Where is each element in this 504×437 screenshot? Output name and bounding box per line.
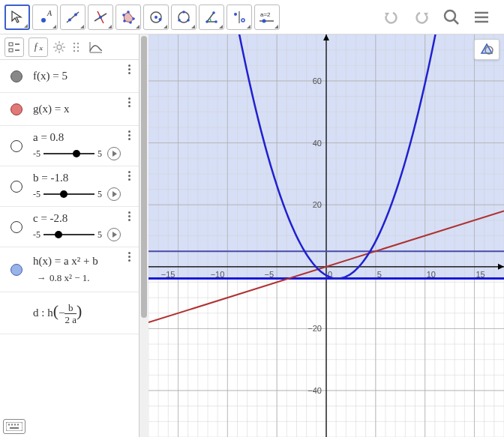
svg-point-9 [132,17,135,20]
svg-point-25 [242,19,244,22]
ellipse-tool[interactable] [171,4,196,30]
circle-center-tool[interactable] [143,4,169,30]
svg-point-4 [74,13,77,16]
graph-icon[interactable] [88,40,102,55]
svg-point-0 [41,18,46,22]
visibility-toggle-h[interactable] [10,264,22,276]
angle-tool[interactable] [199,4,224,30]
algebra-item-g[interactable]: g(x) = x [0,93,139,126]
svg-rect-34 [9,43,13,46]
algebra-item-b[interactable]: b = -1.8 -5 5 [0,166,139,207]
algebra-item-f[interactable]: f(x) = 5 [0,60,139,93]
svg-rect-58 [14,424,16,426]
item-menu-g[interactable] [123,97,135,107]
move-tool[interactable] [4,4,30,30]
item-menu-a[interactable] [123,130,135,140]
svg-line-46 [62,43,64,44]
svg-point-22 [212,11,215,14]
search-button[interactable] [441,7,462,28]
svg-text:40: 40 [313,139,322,148]
algebra-header: ƒₓ [0,34,139,60]
slider-tool[interactable]: a=2 [254,4,280,30]
svg-point-7 [99,16,102,19]
slider-a[interactable] [44,153,94,154]
svg-point-38 [57,45,62,49]
svg-point-15 [159,18,162,21]
line-tool[interactable] [60,4,86,30]
svg-point-21 [214,20,218,23]
svg-line-45 [56,49,57,51]
visibility-toggle-a[interactable] [10,140,22,152]
algebra-item-h[interactable]: h(x) = a x² + b →0.8 x² − 1. [0,247,139,292]
svg-point-10 [129,21,132,24]
fx-button[interactable]: ƒₓ [28,37,48,57]
visibility-toggle-c[interactable] [10,221,22,233]
graph-style-button[interactable] [474,39,500,60]
sort-icon[interactable] [70,40,84,55]
item-menu-c[interactable] [123,211,135,221]
svg-rect-36 [9,49,13,52]
svg-point-18 [182,10,185,13]
svg-point-47 [74,42,75,43]
polygon-tool[interactable] [116,4,141,30]
algebra-item-a[interactable]: a = 0.8 -5 5 [0,126,139,166]
slider-max-a: 5 [98,148,102,160]
algebra-panel: ƒₓ f(x) = 5 g(x) = x [0,34,140,437]
play-a[interactable] [107,147,121,160]
item-menu-h[interactable] [123,252,135,262]
svg-line-30 [454,19,458,24]
algebra-item-d[interactable]: d : h(−b2 a) [0,292,139,334]
svg-point-19 [187,19,190,22]
algebra-item-c[interactable]: c = -2.8 -5 5 [0,207,139,247]
svg-point-52 [77,49,79,51]
svg-point-48 [74,46,75,47]
svg-point-3 [68,18,71,21]
visibility-toggle-b[interactable] [10,181,22,193]
redo-button[interactable] [411,7,432,28]
svg-point-12 [122,13,125,16]
perpendicular-tool[interactable] [88,4,113,30]
slider-c[interactable] [44,234,94,235]
visibility-toggle-f[interactable] [10,70,22,82]
play-c[interactable] [107,228,121,241]
expr-h-eval: 0.8 x² − 1. [50,272,89,283]
toolbar-right [381,7,500,28]
svg-text:a=2: a=2 [260,11,271,18]
slider-max-b: 5 [98,189,102,200]
slider-b[interactable] [44,193,94,195]
menu-button[interactable] [471,7,492,28]
main-toolbar: A a=2 [0,0,504,34]
svg-point-49 [74,49,75,51]
svg-rect-56 [8,424,10,426]
svg-point-8 [127,10,130,13]
svg-point-17 [178,19,181,22]
svg-rect-59 [17,424,19,426]
slider-max-c: 5 [98,229,102,241]
svg-text:−20: −20 [308,324,322,333]
keyboard-button[interactable] [3,419,26,434]
svg-line-2 [67,12,79,22]
svg-text:20: 20 [313,200,322,209]
settings-icon[interactable] [52,40,66,55]
play-b[interactable] [107,187,121,201]
item-menu-b[interactable] [123,171,135,181]
algebra-scrollbar[interactable] [140,34,148,437]
graph-view[interactable]: −15−10−5051015−40−20204060 [148,34,504,437]
graph-canvas[interactable]: −15−10−5051015−40−20204060 [148,34,504,437]
visibility-toggle-g[interactable] [10,103,22,115]
svg-point-11 [123,19,126,22]
undo-button[interactable] [381,7,402,28]
graph-controls [474,39,500,60]
svg-point-14 [154,16,158,19]
item-menu-f[interactable] [123,64,135,74]
input-mode-button[interactable] [4,37,24,57]
reflect-tool[interactable] [226,4,252,30]
svg-point-28 [262,19,266,22]
svg-point-20 [206,20,208,23]
svg-text:60: 60 [313,76,322,85]
svg-text:−40: −40 [308,386,322,395]
slider-min-b: -5 [33,189,40,200]
svg-text:A: A [46,10,52,17]
point-tool[interactable]: A [32,4,58,30]
algebra-list: f(x) = 5 g(x) = x a = 0.8 -5 5 [0,60,139,437]
